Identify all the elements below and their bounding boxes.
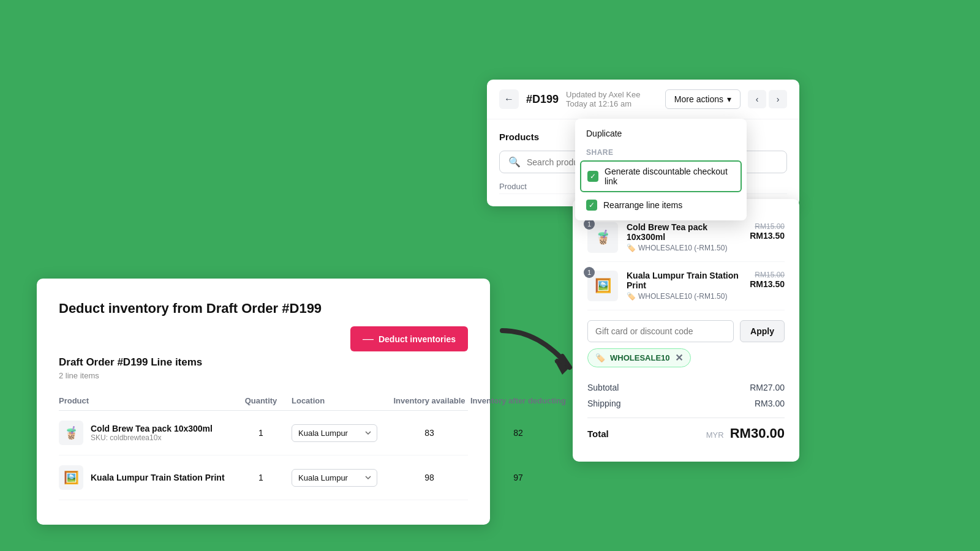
line-items-subtitle: 2 line items	[59, 371, 468, 380]
col-inv-after: Inventory after deducting	[469, 396, 567, 405]
deduct-icon: —	[363, 332, 374, 345]
deduct-inventories-button[interactable]: — Deduct inventories	[350, 326, 468, 351]
item-discount: 🏷️ WHOLESALE10 (-RM1.50)	[627, 244, 741, 252]
location-cell[interactable]: Kuala Lumpur	[292, 424, 390, 442]
arrow-indicator	[496, 324, 582, 380]
table-row: 🧋 Cold Brew Tea pack 10x300ml SKU: coldb…	[59, 411, 468, 455]
item-name: Cold Brew Tea pack 10x300ml	[627, 222, 741, 242]
inv-available-cell: 98	[390, 473, 469, 482]
summary-panel: 1 🧋 Cold Brew Tea pack 10x300ml 🏷️ WHOLE…	[573, 199, 799, 462]
col-quantity: Quantity	[230, 396, 292, 405]
tag-icon: 🏷️	[627, 292, 636, 301]
discount-tag: 🏷️ WHOLESALE10 ✕	[587, 348, 691, 367]
dropdown-generate-checkout[interactable]: ✓ Generate discountable checkout link	[580, 160, 742, 192]
product-name: Kuala Lumpur Train Station Print	[91, 473, 225, 482]
item-pricing: RM15.00 RM13.50	[750, 271, 785, 289]
table-header: Product Quantity Location Inventory avai…	[59, 391, 468, 411]
item-details: Kuala Lumpur Train Station Print 🏷️ WHOL…	[627, 271, 741, 301]
shipping-value: RM3.00	[755, 399, 785, 408]
item-original-price: RM15.00	[750, 271, 785, 279]
item-pricing: RM15.00 RM13.50	[750, 222, 785, 241]
total-label: Total	[587, 429, 609, 439]
order-id: #D199	[526, 93, 559, 106]
discount-code: WHOLESALE10 (-RM1.50)	[638, 292, 727, 301]
total-row: Total MYR RM30.00	[587, 418, 785, 444]
item-final-price: RM13.50	[750, 231, 785, 241]
product-name: Cold Brew Tea pack 10x300ml	[91, 424, 213, 433]
col-inv-available: Inventory available	[390, 396, 469, 405]
dropdown-rearrange[interactable]: ✓ Rearrange line items	[575, 193, 747, 217]
summary-item: 1 🖼️ Kuala Lumpur Train Station Print 🏷️…	[587, 262, 785, 310]
product-sku: SKU: coldbrewtea10x	[91, 433, 213, 442]
location-select[interactable]: Kuala Lumpur	[292, 469, 377, 487]
product-image: 🖼️	[59, 465, 83, 490]
gift-card-row: Apply	[587, 320, 785, 342]
more-actions-button[interactable]: More actions ▾	[665, 89, 741, 109]
item-original-price: RM15.00	[750, 222, 785, 231]
chevron-down-icon: ▾	[727, 94, 731, 104]
dropdown-menu: Duplicate Share ✓ Generate discountable …	[575, 119, 747, 220]
inv-after-cell: 82	[469, 428, 567, 438]
order-meta: Updated by Axel Kee Today at 12:16 am	[566, 90, 658, 108]
subtotal-label: Subtotal	[587, 383, 619, 392]
line-items-title: Draft Order #D199 Line items	[59, 356, 468, 369]
summary-item: 1 🧋 Cold Brew Tea pack 10x300ml 🏷️ WHOLE…	[587, 214, 785, 262]
dropdown-share-label: Share	[575, 144, 747, 159]
prev-order-button[interactable]: ‹	[748, 90, 766, 108]
item-final-price: RM13.50	[750, 279, 785, 289]
shipping-label: Shipping	[587, 399, 621, 408]
location-cell[interactable]: Kuala Lumpur	[292, 469, 390, 487]
deduct-panel: Deduct inventory from Draft Order #D199 …	[37, 279, 490, 525]
nav-arrows: ‹ ›	[748, 90, 787, 108]
deduct-panel-title: Deduct inventory from Draft Order #D199	[59, 301, 468, 317]
item-image: 1 🖼️	[587, 271, 618, 301]
checkbox-rearrange: ✓	[586, 200, 597, 211]
remove-discount-button[interactable]: ✕	[675, 352, 683, 364]
quantity-cell: 1	[230, 473, 292, 482]
tag-icon: 🏷️	[627, 244, 636, 252]
order-panel: ← #D199 Updated by Axel Kee Today at 12:…	[487, 80, 799, 206]
item-discount: 🏷️ WHOLESALE10 (-RM1.50)	[627, 292, 741, 301]
line-items-section: Draft Order #D199 Line items 2 line item…	[59, 356, 468, 500]
location-select[interactable]: Kuala Lumpur	[292, 424, 377, 442]
checkbox-generate: ✓	[587, 171, 598, 182]
item-badge: 1	[584, 267, 595, 278]
next-order-button[interactable]: ›	[769, 90, 787, 108]
subtotal-value: RM27.00	[750, 383, 785, 392]
inv-after-cell: 97	[469, 473, 567, 482]
item-image: 1 🧋	[587, 222, 618, 253]
subtotal-row: Subtotal RM27.00	[587, 380, 785, 395]
tag-icon: 🏷️	[595, 353, 605, 362]
inv-available-cell: 83	[390, 428, 469, 438]
search-icon: 🔍	[508, 156, 521, 168]
shipping-row: Shipping RM3.00	[587, 395, 785, 411]
summary-totals: Subtotal RM27.00 Shipping RM3.00 Total M…	[587, 380, 785, 444]
item-name: Kuala Lumpur Train Station Print	[627, 271, 741, 290]
col-product: Product	[59, 396, 230, 405]
order-header: ← #D199 Updated by Axel Kee Today at 12:…	[487, 80, 799, 119]
product-image: 🧋	[59, 421, 83, 445]
table-row: 🖼️ Kuala Lumpur Train Station Print 1 Ku…	[59, 455, 468, 500]
dropdown-duplicate[interactable]: Duplicate	[575, 122, 747, 144]
total-currency: MYR	[706, 430, 724, 440]
apply-button[interactable]: Apply	[740, 320, 785, 342]
product-cell: 🧋 Cold Brew Tea pack 10x300ml SKU: coldb…	[59, 421, 230, 445]
col-location: Location	[292, 396, 390, 405]
item-details: Cold Brew Tea pack 10x300ml 🏷️ WHOLESALE…	[627, 222, 741, 252]
discount-code-tag: WHOLESALE10	[610, 353, 670, 362]
back-button[interactable]: ←	[499, 89, 519, 109]
quantity-cell: 1	[230, 428, 292, 438]
discount-code: WHOLESALE10 (-RM1.50)	[638, 244, 727, 252]
total-amount: RM30.00	[730, 425, 785, 441]
gift-card-input[interactable]	[587, 320, 734, 342]
product-cell: 🖼️ Kuala Lumpur Train Station Print	[59, 465, 230, 490]
